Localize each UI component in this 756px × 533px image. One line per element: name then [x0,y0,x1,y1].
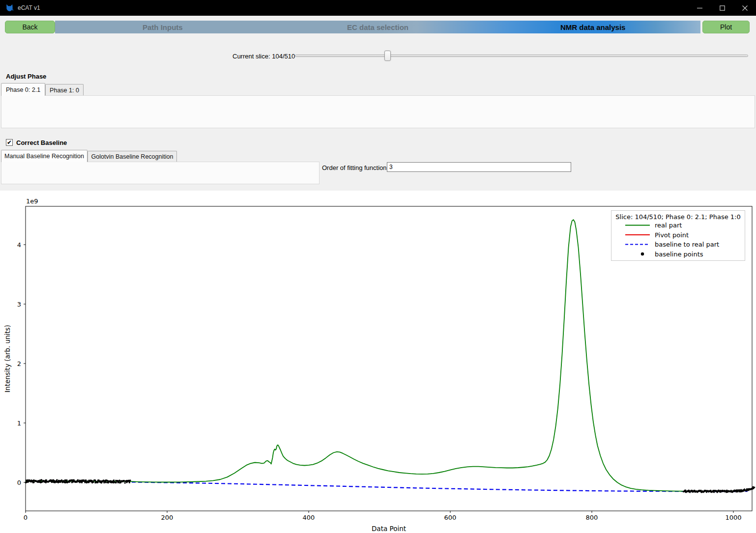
baseline-tab-panel [1,162,320,184]
x-tick-label: 1000 [725,514,741,521]
correct-baseline-checkbox[interactable]: ✔ [6,139,13,146]
correct-baseline-label: Correct Baseline [16,139,67,146]
x-tick-label: 200 [161,514,174,521]
order-fitting-input[interactable]: 3 [387,162,571,172]
plot-button[interactable]: Plot [702,21,750,33]
y-tick-label: 3 [17,301,21,308]
tab-manual-baseline[interactable]: Manual Baseline Recognition [1,150,87,162]
baseline-point [124,482,126,483]
baseline-point [56,479,58,480]
y-axis-label: Intensity (arb. units) [3,325,11,393]
phase-tab-panel [1,95,755,128]
nmr-plot-canvas[interactable]: 02004006008001000012341e9Data PointInten… [0,191,756,533]
legend-title: Slice: 104/510; Phase 0: 2.1; Phase 1:0 [615,213,740,221]
baseline-point [113,479,115,481]
maximize-button-icon[interactable] [711,0,733,16]
baseline-point [685,490,686,491]
close-button-icon[interactable] [733,0,756,16]
baseline-point [754,486,755,488]
title-bar: eCAT v1 [0,0,756,16]
x-tick-label: 400 [303,514,315,521]
legend-sample-dot [641,252,644,255]
order-fitting-label: Order of fitting function [322,164,387,171]
current-slice-label: Current slice: 104/510 [233,53,295,60]
app-window: eCAT v1 Back Path Inputs EC data selecti… [0,0,756,533]
baseline-point [97,481,98,483]
tab-phase-0[interactable]: Phase 0: 2.1 [1,83,45,96]
baseline-point [740,489,742,490]
y-tick-label: 1 [17,420,21,427]
legend-entry-label: Pivot point [655,231,689,239]
slice-slider-track[interactable] [295,55,748,57]
tab-golotvin-baseline[interactable]: Golotvin Baseline Recognition [87,151,177,162]
baseline-point [46,479,47,481]
y-tick-label: 4 [17,241,21,249]
y-axis-offset-label: 1e9 [26,197,38,205]
wizard-step-bar: Path Inputs EC data selection NMR data a… [55,21,700,33]
legend-entry-label: real part [655,222,682,229]
step-path-inputs: Path Inputs [55,21,270,33]
app-logo-cat-icon [5,4,14,12]
tab-phase-1[interactable]: Phase 1: 0 [45,84,84,96]
baseline-point [115,482,116,483]
baseline-point [28,480,29,482]
y-tick-label: 2 [17,360,21,367]
baseline-point [58,480,59,481]
x-axis-label: Data Point [372,525,406,533]
x-tick-label: 800 [586,514,598,521]
baseline-point [33,481,34,483]
baseline-point [92,481,94,483]
back-button[interactable]: Back [5,21,55,33]
baseline-point [85,480,87,481]
y-tick-label: 0 [17,479,21,486]
x-tick-label: 0 [24,514,28,521]
x-tick-label: 600 [444,514,457,521]
baseline-point [61,479,62,481]
step-nmr-data-analysis: NMR data analysis [485,21,700,33]
baseline-point [129,482,130,483]
baseline-point [129,479,131,481]
baseline-point [713,491,715,493]
baseline-point [108,482,109,483]
legend-entry-label: baseline points [655,251,703,258]
adjust-phase-header: Adjust Phase [6,73,46,80]
legend-entry-label: baseline to real part [655,241,719,248]
window-title: eCAT v1 [18,4,40,11]
baseline-point [66,479,67,481]
baseline-point [105,481,106,482]
step-ec-data-selection: EC data selection [270,21,486,33]
baseline-point [41,479,42,481]
slice-slider-thumb[interactable] [384,51,391,61]
minimize-button-icon[interactable] [688,0,711,16]
